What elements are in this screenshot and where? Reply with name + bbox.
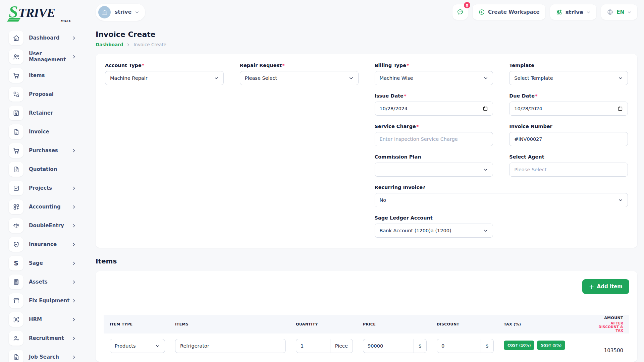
sidebar-item-label: Purchases	[29, 147, 72, 154]
amount-cell: 103500	[594, 339, 623, 354]
item-name-input[interactable]	[175, 339, 286, 353]
sidebar-item-items[interactable]: Items	[9, 68, 89, 83]
sidebar-item-projects[interactable]: Projects	[9, 180, 89, 196]
tax-chip-cgst[interactable]: CGST (10%)	[504, 341, 534, 350]
company-dropdown[interactable]: strive	[550, 4, 596, 20]
chat-icon	[457, 8, 464, 16]
discount-cell: $	[437, 339, 494, 353]
recurring-invoice-select[interactable]: No	[375, 193, 628, 207]
sidebar-item-user-management[interactable]: User Management	[9, 49, 89, 64]
discount-input[interactable]	[437, 339, 481, 353]
due-date-input[interactable]: 10/28/2024	[509, 102, 628, 116]
chevron-right-icon	[72, 186, 76, 190]
chevron-right-icon	[72, 355, 76, 359]
template-select[interactable]: Select Template	[509, 71, 628, 85]
person-scan-icon	[9, 312, 23, 327]
col-item-type: ITEM TYPE	[110, 322, 165, 326]
cart-icon	[9, 143, 23, 158]
tax-chip-sgst[interactable]: SGST (5%)	[537, 341, 565, 350]
chevron-down-icon	[627, 10, 632, 14]
messages-button[interactable]: 0	[452, 4, 468, 20]
sidebar-item-label: Dashboard	[29, 35, 72, 41]
chevron-right-icon	[72, 205, 76, 209]
sidebar-item-label: Projects	[29, 185, 72, 191]
sidebar: S TRIVE MAKE Dashboard User Management	[0, 0, 89, 362]
breadcrumb-dashboard-link[interactable]: Dashboard	[96, 42, 123, 47]
sidebar-item-invoice[interactable]: Invoice	[9, 124, 89, 139]
billing-type-label: Billing Type*	[375, 63, 493, 68]
service-charge-input[interactable]	[375, 132, 493, 146]
document-check-icon	[9, 162, 23, 177]
account-type-select[interactable]: Machine Repair	[105, 71, 224, 85]
chevron-down-icon	[483, 167, 488, 172]
service-charge-label: Service Charge*	[375, 124, 493, 129]
sidebar-item-retainer[interactable]: Retainer	[9, 105, 89, 121]
archive-box-icon	[9, 293, 23, 308]
chevron-down-icon	[155, 344, 160, 348]
add-item-button[interactable]: + Add item	[582, 279, 629, 294]
commission-plan-select[interactable]	[375, 163, 493, 177]
due-date-field: Due Date* 10/28/2024	[509, 93, 628, 116]
recurring-invoice-field: Recurring Invoice? No	[375, 185, 628, 207]
chevron-right-icon	[72, 36, 76, 40]
due-date-label: Due Date*	[509, 93, 628, 99]
invoice-number-input[interactable]	[509, 132, 628, 146]
workspace-avatar	[98, 6, 111, 18]
breadcrumb: Dashboard Invoice Create	[96, 42, 637, 47]
billing-type-field: Billing Type* Machine Wise	[375, 63, 493, 85]
sidebar-item-purchases[interactable]: Purchases	[9, 143, 89, 158]
col-amount: AMOUNT AFTER DISCOUNT & TAX	[594, 316, 623, 333]
issue-date-input[interactable]: 10/28/2024	[375, 102, 493, 116]
chevron-right-icon	[72, 224, 76, 228]
sidebar-item-dashboard[interactable]: Dashboard	[9, 30, 89, 46]
sidebar-item-label: HRM	[29, 316, 72, 322]
quantity-cell: Piece	[296, 339, 353, 353]
sidebar-item-doubleentry[interactable]: DoubleEntry	[9, 218, 89, 233]
template-label: Template	[509, 63, 628, 68]
sidebar-item-insurance[interactable]: Insurance	[9, 237, 89, 252]
topbar: strive 0 Create Workspace strive	[96, 3, 637, 21]
sidebar-item-quotation[interactable]: Quotation	[9, 162, 89, 177]
quantity-input[interactable]	[296, 339, 330, 353]
select-agent-input[interactable]	[509, 163, 628, 177]
grid-plus-icon	[556, 9, 562, 15]
sidebar-item-job-search[interactable]: Job Search	[9, 349, 89, 362]
sidebar-item-label: Job Search	[29, 354, 72, 360]
price-cell: $	[363, 339, 427, 353]
document-person-icon	[9, 350, 23, 362]
items-table: ITEM TYPE ITEMS QUANTITY PRICE DISCOUNT …	[104, 315, 629, 354]
price-input[interactable]	[363, 339, 414, 353]
sidebar-item-fix-equipment[interactable]: Fix Equipment	[9, 293, 89, 308]
language-label: EN	[616, 9, 624, 15]
chevron-down-icon	[135, 10, 139, 14]
sidebar-item-recruitment[interactable]: Recruitment	[9, 330, 89, 346]
issue-date-field: Issue Date* 10/28/2024	[375, 93, 493, 116]
col-quantity: QUANTITY	[296, 322, 353, 326]
plus-circle-icon	[478, 9, 485, 15]
sidebar-item-accounting[interactable]: Accounting	[9, 199, 89, 215]
sidebar-item-hrm[interactable]: HRM	[9, 312, 89, 327]
billing-type-select[interactable]: Machine Wise	[375, 71, 493, 85]
sidebar-item-label: Quotation	[29, 166, 89, 172]
item-type-select[interactable]: Products	[110, 339, 165, 353]
language-selector[interactable]: EN	[601, 4, 637, 20]
calculator-icon	[9, 275, 23, 289]
sidebar-item-assets[interactable]: Assets	[9, 274, 89, 290]
create-workspace-button[interactable]: Create Workspace	[473, 4, 545, 20]
sage-ledger-select[interactable]: Bank Account (1200)a (1200)	[375, 224, 493, 238]
workspace-selector[interactable]: strive	[96, 4, 145, 21]
chevron-right-icon	[72, 336, 76, 341]
check-square-icon	[9, 181, 23, 195]
sidebar-item-sage[interactable]: S Sage	[9, 255, 89, 271]
chevron-right-icon	[126, 43, 130, 47]
sidebar-item-proposal[interactable]: Proposal	[9, 86, 89, 102]
sidebar-item-label: DoubleEntry	[29, 223, 72, 229]
invoice-number-field: Invoice Number	[509, 124, 628, 146]
repair-request-select[interactable]: Please Select	[240, 71, 359, 85]
issue-date-label: Issue Date*	[375, 93, 493, 99]
topbar-actions: 0 Create Workspace strive EN	[452, 4, 637, 20]
sidebar-item-label: Fix Equipment	[29, 298, 72, 304]
account-type-label: Account Type*	[105, 63, 224, 68]
select-agent-label: Select Agent	[509, 154, 628, 160]
chevron-right-icon	[72, 299, 76, 303]
